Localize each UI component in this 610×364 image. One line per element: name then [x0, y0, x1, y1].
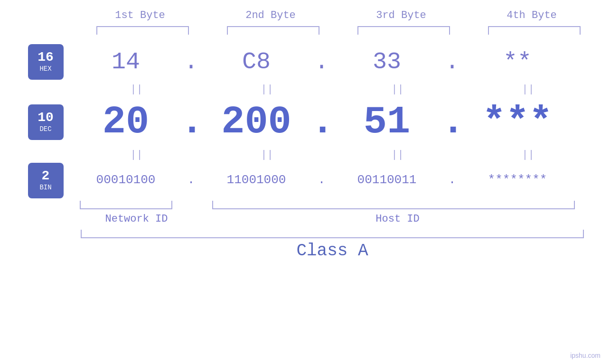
dec-badge-number: 10 [38, 111, 54, 124]
equals-row-2: || || || || [71, 146, 610, 164]
class-a-label: Class A [71, 241, 593, 261]
network-id-label: Network ID [71, 213, 202, 225]
bin-badge-label: BIN [39, 184, 51, 191]
top-bracket-4 [488, 26, 581, 35]
eq-1-2: || [202, 84, 332, 95]
main-container: 1st Byte 2nd Byte 3rd Byte 4th Byte 16 H… [0, 0, 610, 364]
hex-val-4: ** [463, 48, 572, 75]
hex-row: 14 . C8 . 33 . ** [71, 43, 610, 80]
dec-badge-row: 10 DEC [28, 98, 64, 146]
bin-val-1: 00010100 [71, 173, 180, 187]
top-bracket-2 [227, 26, 319, 35]
eq-1-1: || [71, 84, 202, 95]
hex-val-2: C8 [202, 48, 311, 75]
host-id-label: Host ID [202, 213, 593, 225]
badges-column: 16 HEX 10 DEC 2 BIN [0, 43, 71, 197]
hex-badge-number: 16 [38, 51, 54, 64]
id-labels: Network ID Host ID [71, 213, 593, 225]
top-bracket-1 [96, 26, 189, 35]
eq-2-4: || [463, 149, 593, 161]
hex-badge: 16 HEX [28, 44, 64, 80]
hex-sep-2: . [311, 48, 332, 75]
dec-sep-3: . [441, 100, 463, 144]
host-id-bracket [212, 201, 575, 209]
hex-val-3: 33 [332, 48, 441, 75]
hex-sep-1: . [180, 48, 202, 75]
equals-row-1: || || || || [71, 80, 610, 98]
bin-sep-2: . [311, 173, 332, 187]
bin-row: 00010100 . 11001000 . 00110011 . *******… [71, 164, 610, 196]
dec-val-1: 20 [71, 100, 180, 144]
dec-row: 20 . 200 . 51 . *** [71, 98, 610, 146]
hex-badge-row: 16 HEX [28, 43, 64, 80]
byte-headers: 1st Byte 2nd Byte 3rd Byte 4th Byte [75, 9, 597, 21]
hex-badge-label: HEX [39, 65, 51, 73]
bin-badge-row: 2 BIN [28, 164, 64, 197]
eq-1-4: || [463, 84, 593, 95]
hex-sep-3: . [441, 48, 463, 75]
bottom-brackets [71, 201, 593, 209]
bin-sep-1: . [180, 173, 202, 187]
bracket-gap [172, 201, 212, 209]
network-id-bracket [80, 201, 172, 209]
eq-2-1: || [71, 149, 202, 161]
eq-1-3: || [332, 84, 463, 95]
top-bracket-3 [357, 26, 450, 35]
dec-val-4: *** [463, 100, 572, 144]
bin-val-2: 11001000 [202, 173, 311, 187]
class-a-bracket [81, 230, 584, 238]
content-area: 16 HEX 10 DEC 2 BIN [0, 43, 610, 261]
bin-sep-3: . [441, 173, 463, 187]
watermark: ipshu.com [570, 352, 601, 359]
data-rows: 14 . C8 . 33 . ** || || || || 20 . 200 . [71, 43, 610, 261]
dec-sep-1: . [180, 100, 202, 144]
bin-val-4: ******** [463, 173, 572, 187]
byte-header-3: 3rd Byte [336, 9, 467, 21]
bin-badge: 2 BIN [28, 163, 64, 198]
eq-2-2: || [202, 149, 332, 161]
dec-badge: 10 DEC [28, 104, 64, 140]
byte-header-2: 2nd Byte [206, 9, 336, 21]
byte-header-1: 1st Byte [75, 9, 206, 21]
dec-badge-label: DEC [39, 125, 51, 133]
hex-val-1: 14 [71, 48, 180, 75]
dec-sep-2: . [311, 100, 332, 144]
eq-2-3: || [332, 149, 463, 161]
bin-val-3: 00110011 [332, 173, 441, 187]
dec-val-3: 51 [332, 100, 441, 144]
top-brackets [77, 26, 600, 35]
bin-badge-number: 2 [42, 169, 50, 183]
dec-val-2: 200 [202, 100, 311, 144]
byte-header-4: 4th Byte [467, 9, 597, 21]
